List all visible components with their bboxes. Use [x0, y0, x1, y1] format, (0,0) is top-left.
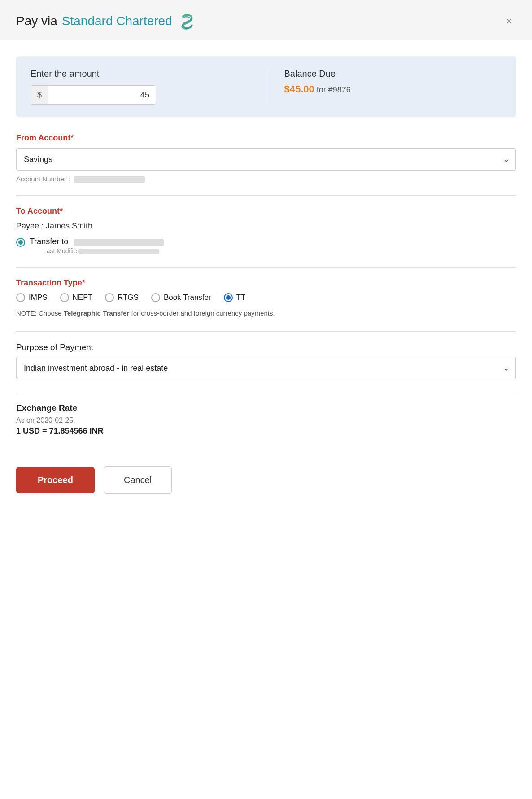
modal-container: Pay via Standard Chartered × Enter the a… [0, 0, 532, 799]
transaction-type-title: Transaction Type* [16, 278, 516, 288]
exchange-rate-date: As on 2020-02-25, [16, 417, 516, 425]
purpose-of-payment-section: Purpose of Payment Indian investment abr… [16, 342, 516, 379]
label-book-transfer: Book Transfer [164, 293, 211, 302]
button-row: Proceed Cancel [0, 448, 532, 515]
radio-neft[interactable] [60, 293, 69, 302]
last-modified-label: Last Modifie [43, 247, 77, 255]
close-button[interactable]: × [502, 14, 516, 28]
purpose-dropdown-wrapper: Indian investment abroad - in real estat… [16, 357, 516, 379]
transfer-to-row: Transfer to Last Modifie [16, 237, 516, 255]
transaction-options: IMPS NEFT RTGS Book Transfer TT [16, 293, 516, 302]
label-imps: IMPS [29, 293, 48, 302]
option-rtgs[interactable]: RTGS [105, 293, 139, 302]
radio-tt[interactable] [224, 293, 233, 302]
label-neft: NEFT [73, 293, 92, 302]
balance-due-row: $45.00 for #9876 [284, 83, 502, 95]
to-account-title: To Account* [16, 206, 516, 216]
option-tt[interactable]: TT [224, 293, 246, 302]
account-number-row: Account Number : [16, 175, 516, 183]
amount-left: Enter the amount $ [31, 69, 266, 105]
amount-right: Balance Due $45.00 for #9876 [266, 69, 502, 105]
transfer-to-label: Transfer to [30, 237, 68, 246]
header-left: Pay via Standard Chartered [16, 13, 196, 30]
from-account-section: From Account* Savings Current Checking ⌄… [16, 133, 516, 183]
transfer-to-radio[interactable] [16, 238, 25, 247]
label-tt: TT [236, 293, 246, 302]
bank-name: Standard Chartered [62, 14, 172, 28]
cancel-button[interactable]: Cancel [104, 466, 172, 494]
from-account-dropdown-wrapper: Savings Current Checking ⌄ [16, 148, 516, 171]
transaction-type-section: Transaction Type* IMPS NEFT RTGS Book Tr… [16, 278, 516, 319]
last-modified: Last Modifie [43, 247, 164, 255]
purpose-dropdown[interactable]: Indian investment abroad - in real estat… [16, 357, 516, 379]
payee-name: James Smith [46, 221, 92, 230]
purpose-label: Purpose of Payment [16, 342, 516, 352]
from-account-dropdown[interactable]: Savings Current Checking [16, 148, 516, 171]
bank-logo [179, 13, 196, 30]
account-number-value-blur [74, 176, 145, 183]
divider-1 [16, 195, 516, 196]
modal-body: Enter the amount $ Balance Due $45.00 fo… [0, 40, 532, 436]
exchange-rate-value: 1 USD = 71.854566 INR [16, 426, 516, 436]
label-rtgs: RTGS [118, 293, 139, 302]
option-imps[interactable]: IMPS [16, 293, 48, 302]
enter-amount-label: Enter the amount [31, 69, 248, 79]
note-prefix: NOTE: Choose [16, 309, 64, 317]
divider-3 [16, 331, 516, 332]
exchange-rate-section: Exchange Rate As on 2020-02-25, 1 USD = … [16, 403, 516, 436]
amount-input-wrapper: $ [31, 85, 156, 105]
transfer-account-blur [74, 239, 164, 246]
amount-section: Enter the amount $ Balance Due $45.00 fo… [16, 56, 516, 117]
note-bold: Telegraphic Transfer [64, 309, 129, 317]
radio-imps[interactable] [16, 293, 25, 302]
payee-label: Payee : [16, 221, 46, 230]
proceed-button[interactable]: Proceed [16, 467, 95, 493]
divider-2 [16, 267, 516, 268]
payee-row: Payee : James Smith [16, 221, 516, 231]
radio-rtgs[interactable] [105, 293, 114, 302]
amount-input[interactable] [48, 86, 156, 104]
account-number-label: Account Number : [16, 175, 70, 183]
option-neft[interactable]: NEFT [60, 293, 92, 302]
option-book-transfer[interactable]: Book Transfer [151, 293, 211, 302]
to-account-section: To Account* Payee : James Smith Transfer… [16, 206, 516, 255]
transfer-to-info: Transfer to Last Modifie [30, 237, 164, 255]
radio-book-transfer[interactable] [151, 293, 160, 302]
divider-4 [16, 392, 516, 392]
exchange-rate-title: Exchange Rate [16, 403, 516, 413]
currency-symbol: $ [31, 86, 48, 104]
pay-via-label: Pay via [16, 14, 57, 28]
last-modified-blur [78, 249, 159, 254]
note-suffix: for cross-border and foreign currency pa… [129, 309, 275, 317]
modal-header: Pay via Standard Chartered × [0, 0, 532, 40]
from-account-title: From Account* [16, 133, 516, 143]
balance-due-invoice: for #9876 [314, 85, 351, 94]
balance-due-label: Balance Due [284, 69, 502, 79]
balance-due-amount: $45.00 [284, 83, 314, 95]
transaction-note: NOTE: Choose Telegraphic Transfer for cr… [16, 308, 516, 319]
